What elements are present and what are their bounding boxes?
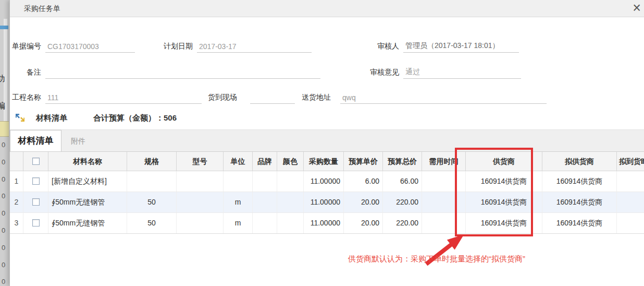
delivery-address-field: 送货地址 qwq: [302, 90, 547, 104]
cell-name: [新增自定义材料]: [48, 171, 127, 192]
expand-icon[interactable]: [15, 113, 25, 124]
project-name-label: 工程名称: [12, 93, 41, 104]
table-row[interactable]: 1[新增自定义材料]11.000006.0066.00160914供货商1609…: [10, 171, 644, 192]
section-title: 材料清单: [36, 113, 67, 123]
row-checkbox[interactable]: [32, 219, 40, 227]
order-number-label: 单据编号: [12, 42, 41, 53]
tab-attachments[interactable]: 附件: [61, 130, 95, 152]
tab-material-list[interactable]: 材料清单: [10, 130, 61, 152]
remarks-label: 备注: [27, 68, 41, 79]
column-header-name: 材料名称: [48, 152, 127, 171]
reviewer-field: 审核人 管理员（2017-03-17 18:01）: [370, 39, 519, 53]
cell-supplier: 160914供货商: [466, 213, 542, 233]
cell-name: ∮50mm无缝钢管: [48, 192, 127, 212]
column-header-qty: 采购数量: [304, 152, 344, 171]
cell-budget_price: 20.00: [344, 213, 383, 233]
dialog-title: 采购任务单: [24, 4, 60, 14]
background-row-number: 0: [2, 192, 5, 200]
cell-spec: 50: [127, 192, 177, 212]
column-header-proposed_supplier: 拟供货商: [542, 152, 617, 171]
cell-unit: m: [224, 213, 253, 233]
cell-model: [177, 213, 224, 233]
delivery-address-label: 送货地址: [302, 93, 331, 104]
remarks-field: 备注: [27, 65, 320, 79]
material-grid: 材料名称规格型号单位品牌颜色采购数量预算单价预算总价需用时间供货商拟供货商拟到货…: [10, 151, 644, 234]
grid-header: 材料名称规格型号单位品牌颜色采购数量预算单价预算总价需用时间供货商拟供货商拟到货…: [10, 151, 644, 171]
row-checkbox-cell: [23, 192, 48, 212]
row-checkbox[interactable]: [32, 177, 40, 185]
background-selected-cell: [0, 121, 9, 137]
cell-budget_total: 66.00: [383, 171, 422, 192]
cell-budget_total: 220.00: [383, 192, 422, 212]
column-header-spec: 规格: [127, 152, 177, 171]
cell-budget_price: 20.00: [344, 192, 383, 212]
remarks-input[interactable]: [45, 77, 320, 79]
review-opinion-field: 审核意见 通过: [368, 65, 521, 79]
background-clipped-char: 功: [0, 74, 5, 85]
review-opinion-input[interactable]: 通过: [403, 67, 521, 79]
cell-rownum: 1: [10, 171, 23, 192]
tab-bar: 材料清单 附件: [10, 129, 644, 151]
reviewer-input[interactable]: 管理员（2017-03-17 18:01）: [403, 41, 519, 53]
dialog-header: 采购任务单 ×: [10, 0, 644, 17]
grid-body: 1[新增自定义材料]11.000006.0066.00160914供货商1609…: [10, 171, 644, 234]
project-name-input[interactable]: 111: [45, 93, 202, 104]
column-header-brand: 品牌: [253, 152, 277, 171]
cell-rownum: 3: [10, 213, 23, 233]
cell-spec: 50: [127, 213, 177, 233]
cell-unit: [224, 171, 253, 192]
column-header-need_time: 需用时间: [422, 152, 466, 171]
cell-supplier: 160914供货商: [466, 171, 542, 192]
plan-date-input[interactable]: 2017-03-17: [197, 42, 312, 53]
cell-name: ∮50mm无缝钢管: [48, 213, 127, 233]
cell-need_time: [422, 192, 466, 212]
column-header-arrival_time: 拟到货时间: [617, 152, 644, 171]
cell-qty: 11.00000: [304, 192, 344, 212]
background-blue-bar: [0, 26, 8, 29]
material-list-section-header: 材料清单 合计预算（金额）：506: [10, 110, 644, 129]
column-header-model: 型号: [177, 152, 224, 171]
cell-unit: m: [224, 192, 253, 212]
order-number-input[interactable]: CG1703170003: [45, 42, 135, 53]
cell-model: [177, 192, 224, 212]
plan-date-label: 计划日期: [164, 42, 193, 53]
table-row[interactable]: 2∮50mm无缝钢管50m11.0000020.00220.00160914供货…: [10, 192, 644, 213]
budget-total-summary: 合计预算（金额）：506: [93, 113, 177, 123]
cell-rownum: 2: [10, 192, 23, 212]
plan-date-field: 计划日期 2017-03-17: [164, 39, 312, 53]
cell-brand: [253, 192, 277, 212]
cell-need_time: [422, 213, 466, 233]
arrival-site-input[interactable]: [250, 102, 295, 104]
background-row-number: 0: [2, 141, 5, 149]
review-opinion-label: 审核意见: [368, 68, 399, 79]
table-row[interactable]: 3∮50mm无缝钢管50m11.0000020.00220.00160914供货…: [10, 213, 644, 234]
cell-brand: [253, 171, 277, 192]
row-checkbox[interactable]: [32, 198, 40, 206]
column-header-unit: 单位: [224, 152, 253, 171]
reviewer-label: 审核人: [370, 42, 399, 53]
purchase-task-dialog: 采购任务单 × 单据编号 CG1703170003 计划日期 2017-03-1…: [9, 0, 644, 286]
cell-qty: 11.00000: [304, 171, 344, 192]
column-header-budget_total: 预算总价: [383, 152, 422, 171]
arrival-site-label: 货到现场: [208, 93, 237, 104]
cell-proposed_supplier: 160914供货商: [542, 213, 617, 233]
cell-need_time: [422, 171, 466, 192]
row-checkbox-cell: [23, 213, 48, 233]
background-row-number: 0: [2, 278, 5, 285]
background-clipped-char: 编: [0, 101, 5, 112]
select-all-checkbox[interactable]: [32, 158, 40, 165]
order-number-field: 单据编号 CG1703170003: [12, 39, 135, 53]
cell-color: [277, 192, 304, 212]
column-header-color: 颜色: [277, 152, 304, 171]
close-icon[interactable]: ×: [633, 0, 641, 17]
cell-budget_total: 220.00: [383, 213, 422, 233]
cell-color: [277, 213, 304, 233]
project-name-field: 工程名称 111: [12, 90, 202, 104]
cell-brand: [253, 213, 277, 233]
select-all-header-cell: [23, 152, 48, 171]
arrival-site-field: 货到现场: [208, 90, 295, 104]
background-row-number: 0: [2, 261, 5, 269]
screen: 功 编 000000000 采购任务单 × 单据编号 CG1703170003 …: [0, 0, 644, 286]
delivery-address-input[interactable]: qwq: [340, 93, 547, 104]
cell-proposed_supplier: 160914供货商: [542, 171, 617, 192]
